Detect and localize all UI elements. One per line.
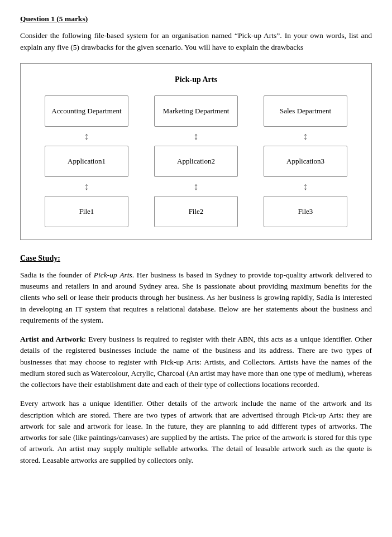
diagram-container: Pick-up Arts Accounting Department ↕ App…	[20, 63, 372, 240]
app-box-2: Application2	[154, 146, 238, 177]
app-box-3: Application3	[264, 146, 347, 177]
dept-box-3: Sales Department	[264, 95, 347, 127]
arrow-1b: ↕	[84, 177, 89, 196]
file-box-1: File1	[45, 196, 128, 227]
case-study-para2: Artist and Artwork: Every business is re…	[20, 334, 372, 390]
file-box-3: File3	[264, 196, 347, 227]
arrow-1: ↕	[84, 127, 89, 146]
para1-prefix: Sadia is the founder of	[20, 271, 94, 279]
diagram-col-1: Accounting Department ↕ Application1 ↕ F…	[39, 95, 134, 227]
diagram-col-3: Sales Department ↕ Application3 ↕ File3	[258, 95, 353, 227]
app-box-1: Application1	[45, 146, 128, 177]
arrow-2b: ↕	[194, 177, 199, 196]
arrow-2: ↕	[194, 127, 199, 146]
para2-bold: Artist and Artwork	[20, 335, 84, 343]
para1-italic: Pick-up Arts	[94, 271, 132, 279]
question-title: Question 1 (5 marks)	[20, 13, 372, 25]
arrow-3: ↕	[303, 127, 308, 146]
case-study-title: Case Study:	[20, 252, 372, 264]
case-study-para3: Every artwork has a unique identifier. O…	[20, 398, 372, 466]
diagram-grid: Accounting Department ↕ Application1 ↕ F…	[32, 95, 360, 227]
diagram-title: Pick-up Arts	[32, 74, 360, 85]
diagram-col-2: Marketing Department ↕ Application2 ↕ Fi…	[149, 95, 243, 227]
question-intro: Consider the following file-based system…	[20, 30, 372, 53]
case-study-para1: Sadia is the founder of Pick-up Arts. He…	[20, 270, 372, 326]
dept-box-2: Marketing Department	[154, 95, 238, 127]
dept-box-1: Accounting Department	[45, 95, 128, 127]
arrow-3b: ↕	[303, 177, 308, 196]
file-box-2: File2	[154, 196, 238, 227]
